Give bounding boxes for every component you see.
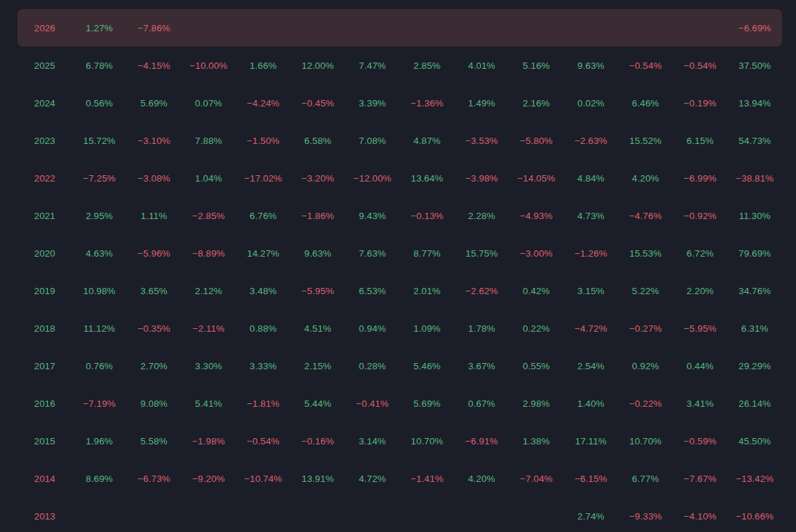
month-return-cell: −0.27% [619,323,674,334]
month-return-cell: −6.91% [454,436,509,446]
month-return-cell: −0.13% [400,211,455,221]
month-return-cell: 2.01% [400,286,455,296]
month-return-cell: 0.22% [509,323,564,334]
year-cell: 2020 [17,248,72,259]
month-return-cell: 1.40% [564,398,619,409]
year-cell: 2021 [17,211,72,221]
month-return-cell: −4.24% [236,98,291,108]
month-return-cell: 1.96% [72,436,127,446]
month-return-cell: 2.74% [564,511,619,522]
month-return-cell: −10.00% [182,61,237,71]
month-return-cell: 3.14% [345,436,400,446]
month-return-cell: 6.78% [72,61,127,71]
month-return-cell: 1.78% [454,323,509,334]
month-return-cell: −0.54% [619,61,674,71]
month-return-cell: 3.33% [236,361,291,371]
month-return-cell: −0.54% [673,61,728,71]
month-return-cell: 0.92% [619,361,674,371]
table-row[interactable]: 201910.98%3.65%2.12%3.48%−5.95%6.53%2.01… [17,272,782,309]
month-return-cell: −9.33% [619,511,674,522]
month-return-cell: −4.72% [564,323,619,334]
month-return-cell: 0.55% [509,361,564,371]
month-return-cell: −8.89% [182,248,237,259]
total-return-cell: 37.50% [728,61,783,71]
table-row[interactable]: 201811.12%−0.35%−2.11%0.88%4.51%0.94%1.0… [17,309,782,347]
table-row[interactable]: 202315.72%−3.10%7.88%−1.50%6.58%7.08%4.8… [17,122,782,159]
month-return-cell: 4.51% [291,323,346,334]
month-return-cell: −0.54% [236,436,291,446]
total-return-cell: −10.66% [728,511,783,522]
month-return-cell: 2.70% [127,361,182,371]
total-return-cell: 13.94% [728,98,783,108]
year-cell: 2022 [17,173,72,184]
month-return-cell: −0.35% [127,323,182,334]
month-return-cell: −1.41% [400,474,455,484]
table-row[interactable]: 20151.96%5.58%−1.98%−0.54%−0.16%3.14%10.… [17,422,782,460]
month-return-cell: 1.66% [236,61,291,71]
year-cell: 2025 [17,61,72,71]
month-return-cell: 3.39% [345,98,400,108]
month-return-cell: −7.67% [673,474,728,484]
month-return-cell: 5.16% [509,61,564,71]
month-return-cell: 0.88% [236,323,291,334]
table-row[interactable]: 20132.74%−9.33%−4.10%−10.66% [17,497,782,532]
month-return-cell: 4.20% [454,474,509,484]
table-row[interactable]: 20204.63%−5.96%−8.89%14.27%9.63%7.63%8.7… [17,234,782,272]
year-cell: 2014 [17,474,72,484]
month-return-cell: 9.63% [564,61,619,71]
month-return-cell: 2.15% [291,361,346,371]
month-return-cell: 4.72% [345,474,400,484]
month-return-cell: 1.09% [400,323,455,334]
month-return-cell: 17.11% [564,436,619,446]
month-return-cell: 4.63% [72,248,127,259]
total-return-cell: 34.76% [728,286,783,296]
year-cell: 2016 [17,398,72,409]
year-cell: 2015 [17,436,72,446]
table-row[interactable]: 20170.76%2.70%3.30%3.33%2.15%0.28%5.46%3… [17,347,782,385]
year-cell: 2013 [17,511,72,522]
month-return-cell: 5.46% [400,361,455,371]
month-return-cell: 1.38% [509,436,564,446]
month-return-cell: 4.87% [400,136,455,146]
table-row[interactable]: 20212.95%1.11%−2.85%6.76%−1.86%9.43%−0.1… [17,197,782,234]
month-return-cell: 4.20% [619,173,674,184]
month-return-cell: 15.52% [619,136,674,146]
year-cell: 2017 [17,361,72,371]
month-return-cell: −1.81% [236,398,291,409]
month-return-cell: 5.58% [127,436,182,446]
month-return-cell: −0.41% [345,398,400,409]
month-return-cell: −2.62% [454,286,509,296]
month-return-cell: −0.92% [673,211,728,221]
month-return-cell: 1.04% [182,173,237,184]
month-return-cell: 12.00% [291,61,346,71]
table-row[interactable]: 2022−7.25%−3.08%1.04%−17.02%−3.20%−12.00… [17,159,782,197]
year-cell: 2018 [17,323,72,334]
month-return-cell: 5.44% [291,398,346,409]
year-cell: 2023 [17,136,72,146]
table-row[interactable]: 2016−7.19%9.08%5.41%−1.81%5.44%−0.41%5.6… [17,385,782,422]
year-cell: 2019 [17,286,72,296]
month-return-cell: 0.07% [182,98,237,108]
month-return-cell: 2.16% [509,98,564,108]
total-return-cell: 54.73% [728,136,783,146]
table-row[interactable]: 20256.78%−4.15%−10.00%1.66%12.00%7.47%2.… [17,47,782,84]
month-return-cell: −4.15% [127,61,182,71]
table-row[interactable]: 20261.27%−7.86%−6.69% [17,9,782,47]
month-return-cell: 1.11% [127,211,182,221]
month-return-cell: 15.72% [72,136,127,146]
month-return-cell: −7.04% [509,474,564,484]
month-return-cell: −12.00% [345,173,400,184]
month-return-cell: −5.96% [127,248,182,259]
month-return-cell: 6.58% [291,136,346,146]
month-return-cell: 14.27% [236,248,291,259]
month-return-cell: 2.28% [454,211,509,221]
month-return-cell: −0.19% [673,98,728,108]
month-return-cell: −1.36% [400,98,455,108]
month-return-cell: 0.42% [509,286,564,296]
month-return-cell: −5.80% [509,136,564,146]
month-return-cell: 6.72% [673,248,728,259]
month-return-cell: −0.45% [291,98,346,108]
month-return-cell: −6.15% [564,474,619,484]
table-row[interactable]: 20240.56%5.69%0.07%−4.24%−0.45%3.39%−1.3… [17,84,782,122]
table-row[interactable]: 20148.69%−6.73%−9.20%−10.74%13.91%4.72%−… [17,460,782,497]
